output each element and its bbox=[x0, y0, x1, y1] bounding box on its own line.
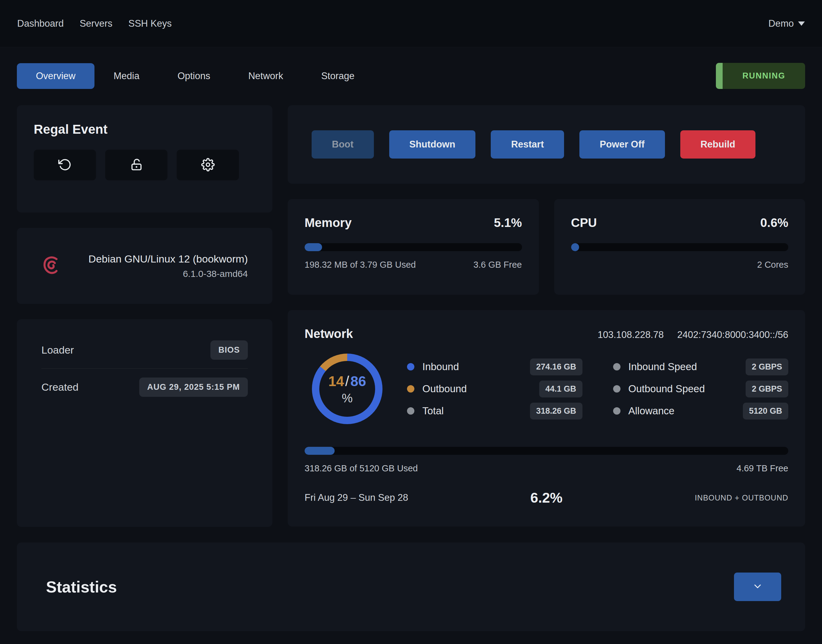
inbound-dot-icon bbox=[407, 363, 414, 371]
network-title: Network bbox=[305, 327, 353, 341]
os-card: Debian GNU/Linux 12 (bookworm) 6.1.0-38-… bbox=[17, 228, 272, 304]
cpu-progress-track bbox=[571, 243, 788, 251]
legend-row-total: Total 318.26 GB bbox=[407, 403, 583, 419]
right-column: Boot Shutdown Restart Power Off Rebuild … bbox=[288, 105, 805, 527]
bandwidth-free: 4.69 TB Free bbox=[736, 463, 788, 474]
restart-quick-button[interactable] bbox=[34, 150, 96, 180]
shutdown-button[interactable]: Shutdown bbox=[389, 130, 476, 158]
memory-card: Memory 5.1% 198.32 MB of 3.79 GB Used 3.… bbox=[288, 199, 539, 295]
loader-value-badge: BIOS bbox=[210, 340, 248, 360]
nav-item-dashboard[interactable]: Dashboard bbox=[17, 18, 64, 29]
cpu-percent: 0.6% bbox=[760, 216, 788, 230]
details-card: Loader BIOS Created AUG 29, 2025 5:15 PM bbox=[17, 319, 272, 527]
traffic-legend: Inbound 274.16 GB Outbound 44.1 GB Total bbox=[407, 359, 583, 419]
statistics-title: Statistics bbox=[46, 578, 117, 596]
cpu-title: CPU bbox=[571, 216, 597, 230]
network-stats: Inbound Speed 2 GBPS Outbound Speed 2 GB… bbox=[613, 359, 788, 419]
cpu-progress-fill bbox=[571, 243, 579, 251]
allowance-label: Allowance bbox=[629, 405, 675, 417]
os-info: Debian GNU/Linux 12 (bookworm) 6.1.0-38-… bbox=[88, 253, 248, 279]
unlock-quick-button[interactable] bbox=[105, 150, 167, 180]
bandwidth-progress-fill bbox=[305, 447, 334, 455]
allowance-badge: 5120 GB bbox=[743, 403, 788, 420]
bandwidth-caption: INBOUND + OUTBOUND bbox=[627, 494, 788, 502]
legend-row-inbound: Inbound 274.16 GB bbox=[407, 359, 583, 375]
memory-used: 198.32 MB of 3.79 GB Used bbox=[305, 260, 416, 270]
gear-icon bbox=[201, 158, 215, 172]
rebuild-button[interactable]: Rebuild bbox=[680, 130, 756, 158]
os-name: Debian GNU/Linux 12 (bookworm) bbox=[88, 253, 248, 265]
donut-inbound-percent: 86 bbox=[350, 373, 366, 389]
created-row: Created AUG 29, 2025 5:15 PM bbox=[41, 369, 248, 405]
loader-row: Loader BIOS bbox=[41, 331, 248, 368]
server-quick-actions bbox=[34, 150, 256, 180]
chevron-down-icon bbox=[752, 581, 763, 593]
stats-row-allowance: Allowance 5120 GB bbox=[613, 403, 788, 419]
legend-row-outbound: Outbound 44.1 GB bbox=[407, 380, 583, 397]
outbound-label: Outbound bbox=[422, 383, 467, 395]
outbound-speed-label: Outbound Speed bbox=[629, 383, 705, 395]
settings-quick-button[interactable] bbox=[177, 150, 239, 180]
donut-separator: / bbox=[344, 373, 351, 389]
tab-media[interactable]: Media bbox=[95, 63, 158, 89]
inbound-speed-label: Inbound Speed bbox=[629, 361, 697, 373]
left-column: Regal Event bbox=[17, 105, 272, 527]
ipv6-address: 2402:7340:8000:3400::/56 bbox=[677, 330, 788, 340]
user-menu[interactable]: Demo bbox=[768, 18, 805, 29]
total-value-badge: 318.26 GB bbox=[530, 403, 583, 420]
server-title: Regal Event bbox=[34, 122, 256, 137]
power-off-button[interactable]: Power Off bbox=[580, 130, 665, 158]
statistics-expand-button[interactable] bbox=[734, 572, 781, 601]
nav-item-ssh-keys[interactable]: SSH Keys bbox=[128, 18, 172, 29]
outbound-value-badge: 44.1 GB bbox=[539, 380, 583, 397]
outbound-speed-dot-icon bbox=[613, 385, 621, 393]
tab-network[interactable]: Network bbox=[229, 63, 302, 89]
donut-outbound-percent: 14 bbox=[328, 373, 344, 389]
billing-period-range: Fri Aug 29 – Sun Sep 28 bbox=[305, 492, 466, 503]
memory-free: 3.6 GB Free bbox=[474, 260, 522, 270]
inbound-speed-badge: 2 GBPS bbox=[745, 359, 788, 376]
restart-icon bbox=[58, 158, 72, 172]
statistics-card: Statistics bbox=[17, 543, 805, 631]
tab-storage[interactable]: Storage bbox=[302, 63, 374, 89]
status-badge-stripe bbox=[716, 63, 722, 89]
ipv4-address: 103.108.228.78 bbox=[598, 330, 664, 340]
bandwidth-used: 318.26 GB of 5120 GB Used bbox=[305, 463, 418, 474]
loader-label: Loader bbox=[41, 344, 74, 356]
caret-down-icon bbox=[798, 21, 805, 26]
tabs: Overview Media Options Network Storage bbox=[17, 63, 374, 89]
bandwidth-percent: 6.2% bbox=[466, 489, 627, 506]
os-kernel: 6.1.0-38-amd64 bbox=[88, 268, 248, 279]
unlock-icon bbox=[130, 158, 143, 172]
donut-unit: % bbox=[342, 391, 353, 405]
tab-options[interactable]: Options bbox=[159, 63, 229, 89]
status-badge: RUNNING bbox=[716, 63, 805, 89]
tab-overview[interactable]: Overview bbox=[17, 63, 95, 89]
memory-progress-track bbox=[305, 243, 522, 251]
network-card: Network 103.108.228.78 2402:7340:8000:34… bbox=[288, 310, 805, 526]
outbound-speed-badge: 2 GBPS bbox=[745, 380, 788, 397]
nav-item-servers[interactable]: Servers bbox=[80, 18, 113, 29]
meters-row: Memory 5.1% 198.32 MB of 3.79 GB Used 3.… bbox=[288, 199, 805, 295]
created-value-badge: AUG 29, 2025 5:15 PM bbox=[139, 377, 248, 397]
total-label: Total bbox=[422, 405, 444, 417]
memory-progress-fill bbox=[305, 243, 322, 251]
memory-percent: 5.1% bbox=[494, 216, 522, 230]
main-content: Overview Media Options Network Storage R… bbox=[0, 63, 822, 644]
boot-button[interactable]: Boot bbox=[311, 130, 374, 158]
total-dot-icon bbox=[407, 407, 414, 415]
cpu-cores: 2 Cores bbox=[757, 260, 788, 270]
created-label: Created bbox=[41, 381, 78, 393]
nav-links: Dashboard Servers SSH Keys bbox=[17, 18, 172, 29]
tab-bar: Overview Media Options Network Storage R… bbox=[17, 63, 805, 89]
inbound-speed-dot-icon bbox=[613, 363, 621, 371]
inbound-label: Inbound bbox=[422, 361, 459, 373]
status-badge-text: RUNNING bbox=[722, 71, 805, 81]
allowance-dot-icon bbox=[613, 407, 621, 415]
restart-button[interactable]: Restart bbox=[491, 130, 564, 158]
user-menu-label: Demo bbox=[768, 18, 794, 29]
outbound-dot-icon bbox=[407, 385, 414, 393]
traffic-donut-chart: 14/86 % bbox=[312, 354, 382, 424]
bandwidth-progress-track bbox=[305, 447, 788, 455]
server-card: Regal Event bbox=[17, 105, 272, 213]
